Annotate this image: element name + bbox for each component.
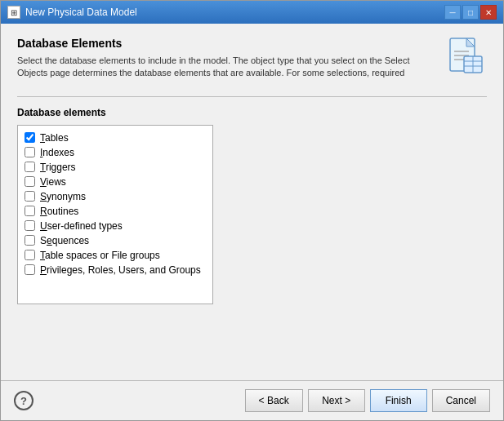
page-icon [446,37,487,78]
footer-buttons: < Back Next > Finish Cancel [245,389,490,412]
checkbox-item-sequences[interactable]: Sequences [25,233,206,248]
checkbox-synonyms[interactable] [25,191,35,202]
back-button[interactable]: < Back [245,389,303,412]
checkbox-item-table-spaces[interactable]: Table spaces or File groups [25,248,206,263]
footer: ? < Back Next > Finish Cancel [1,380,503,420]
checkbox-table-spaces[interactable] [25,250,35,260]
header-divider [17,96,487,97]
main-content: Database Elements Select the database el… [1,24,503,380]
database-icon [446,37,487,78]
help-button[interactable]: ? [14,391,33,410]
maximize-button[interactable]: □ [462,5,479,20]
checkbox-label-routines: Routines [40,206,78,217]
checkbox-label-tables: Tables [40,132,69,144]
checkbox-views[interactable] [25,176,35,187]
next-button[interactable]: Next > [308,389,365,412]
checkbox-item-user-defined-types[interactable]: User-defined types [25,219,206,233]
checkbox-item-views[interactable]: Views [25,175,206,189]
title-bar-left: ⊞ New Physical Data Model [7,6,137,19]
checkbox-triggers[interactable] [25,162,35,172]
checkbox-item-routines[interactable]: Routines [25,204,206,219]
window-icon: ⊞ [7,6,20,19]
checkbox-item-indexes[interactable]: Indexes [25,145,206,160]
window-controls: ─ □ ✕ [444,5,497,20]
checkbox-privileges[interactable] [25,264,35,275]
checkbox-item-synonyms[interactable]: Synonyms [25,189,206,204]
checkbox-item-triggers[interactable]: Triggers [25,160,206,175]
checkbox-tables[interactable] [25,132,35,143]
page-description: Select the database elements to include … [17,55,426,80]
minimize-button[interactable]: ─ [444,5,461,20]
page-header-text: Database Elements Select the database el… [17,37,438,80]
checkbox-label-synonyms: Synonyms [40,191,86,202]
checkbox-label-privileges: Privileges, Roles, Users, and Groups [40,264,201,276]
page-title: Database Elements [17,37,438,50]
main-window: ⊞ New Physical Data Model ─ □ ✕ Database… [0,0,504,421]
checkbox-label-user-defined-types: User-defined types [40,220,123,232]
finish-button[interactable]: Finish [370,389,427,412]
footer-left: ? [14,391,33,410]
checkbox-indexes[interactable] [25,147,35,157]
checkbox-user-defined-types[interactable] [25,220,35,231]
checkbox-label-table-spaces: Table spaces or File groups [40,250,160,261]
checkbox-sequences[interactable] [25,235,35,246]
checkbox-label-triggers: Triggers [40,162,76,173]
section-label: Database elements [17,107,487,118]
checkbox-label-sequences: Sequences [40,235,89,246]
window-title: New Physical Data Model [25,7,137,18]
checkbox-list: TablesIndexesTriggersViewsSynonymsRoutin… [17,125,213,304]
close-button[interactable]: ✕ [480,5,497,20]
checkbox-item-tables[interactable]: Tables [25,131,206,145]
title-bar: ⊞ New Physical Data Model ─ □ ✕ [1,1,503,24]
checkbox-label-indexes: Indexes [40,147,74,158]
checkbox-label-views: Views [40,176,66,188]
checkbox-routines[interactable] [25,206,35,216]
checkbox-item-privileges[interactable]: Privileges, Roles, Users, and Groups [25,263,206,277]
cancel-button[interactable]: Cancel [432,389,490,412]
page-header: Database Elements Select the database el… [17,37,487,80]
